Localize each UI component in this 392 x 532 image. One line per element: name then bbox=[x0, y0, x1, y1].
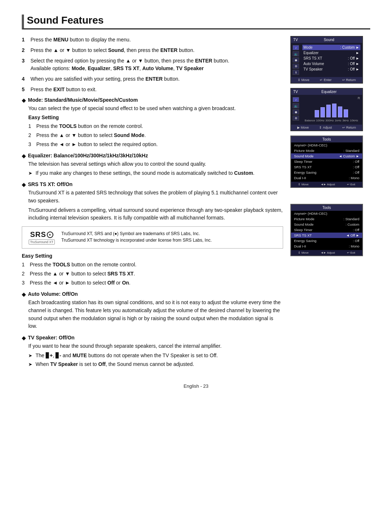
tools-row-sound-2: Sound Mode : Custom bbox=[291, 222, 362, 227]
tools-row-sleep-2: Sleep Timer : Off bbox=[291, 227, 362, 233]
sound-nav-move: ⇕ Move bbox=[298, 78, 310, 82]
srs-section: ◆ SRS TS XT: Off/On TruSurround XT is a … bbox=[22, 181, 283, 287]
step-2: 2 Press the ▲ or ▼ button to select Soun… bbox=[22, 47, 283, 54]
tools-row-picture-1: Picture Mode : Standard bbox=[291, 148, 362, 153]
mode-easy-steps: 1 Press the TOOLS button on the remote c… bbox=[28, 122, 283, 148]
sound-row-equalizer: Equalizer ► bbox=[303, 50, 359, 56]
auto-volume-section: ◆ Auto Volume: Off/On Each broadcasting … bbox=[22, 291, 283, 330]
tools-nav-adjust-1: ◄► Adjust bbox=[320, 183, 335, 186]
step-5-text: Press the EXIT button to exit. bbox=[30, 86, 283, 93]
srs-easy-step-1: 1 Press the TOOLS button on the remote c… bbox=[22, 261, 283, 269]
bullet-diamond-srs: ◆ bbox=[22, 182, 26, 188]
tools-nav-move-1: ⇕ Move bbox=[298, 183, 309, 186]
tv-icon-3: ⚙ bbox=[293, 64, 299, 69]
equalizer-title: Equalizer: Balance/100Hz/300Hz/1kHz/3kHz… bbox=[28, 153, 148, 158]
eq-nav-adjust: ⇕ Adjust bbox=[319, 126, 332, 129]
srs-body1: TruSurround XT is a patented SRS technol… bbox=[22, 189, 283, 205]
tools-bottom-1: ⇕ Move ◄► Adjust ↩ Exit bbox=[291, 182, 362, 187]
spacer bbox=[290, 192, 370, 200]
eq-nav-move: ▶ Move bbox=[297, 126, 309, 129]
sound-nav-return: ↩ Return bbox=[342, 78, 356, 82]
srs-easy-steps: 1 Press the TOOLS button on the remote c… bbox=[22, 261, 283, 287]
tools-row-energy-1: Energy Saving : Off bbox=[291, 170, 362, 175]
left-column: 1 Press the MENU button to display the m… bbox=[22, 36, 283, 372]
srs-easy-step-3: 3 Press the ◄ or ► button to select Off … bbox=[22, 279, 283, 287]
sound-menu-body: ♪ 📺 ◉ ⚙ ℹ Mode : Custom ► Equalizer ► bbox=[291, 43, 362, 77]
tools-nav-exit-2: ↩ Exit bbox=[347, 251, 355, 254]
sound-row-mode: Mode : Custom ► bbox=[302, 45, 360, 50]
srs-easy-step-2: 2 Press the ▲ or ▼ button to select SRS … bbox=[22, 270, 283, 278]
tools-screen-1: Tools Anynet+ (HDMI-CEC) Picture Mode : … bbox=[290, 136, 363, 188]
auto-volume-body: Each broadcasting station has its own si… bbox=[22, 299, 283, 330]
step-1-text: Press the MENU button to display the men… bbox=[30, 36, 283, 44]
page-title: Sound Features bbox=[22, 15, 370, 29]
tv-speaker-header: ◆ TV Speaker: Off/On bbox=[22, 335, 283, 341]
srs-header: ◆ SRS TS XT: Off/On bbox=[22, 181, 283, 188]
step-4-num: 4 bbox=[22, 75, 28, 83]
step-2-text: Press the ▲ or ▼ button to select Sound,… bbox=[30, 47, 283, 54]
tools-row-picture-2: Picture Mode : Standard bbox=[291, 216, 362, 222]
tools-row-dual-2: Dual I-II : Mono bbox=[291, 243, 362, 249]
equalizer-note: ➤ If you make any changes to these setti… bbox=[22, 169, 283, 177]
tools-row-dual-1: Dual I-II : Mono bbox=[291, 175, 362, 181]
srs-trademark-text: TruSurround XT, SRS and (●) Symbol are t… bbox=[61, 230, 212, 243]
equalizer-section: ◆ Equalizer: Balance/100Hz/300Hz/1kHz/3k… bbox=[22, 153, 283, 177]
srs-title: SRS TS XT: Off/On bbox=[28, 181, 73, 187]
sound-nav-enter: ↵ Enter bbox=[320, 78, 331, 82]
tools-nav-move-2: ⇕ Move bbox=[298, 251, 309, 254]
equalizer-header: ◆ Equalizer: Balance/100Hz/300Hz/1kHz/3k… bbox=[22, 153, 283, 159]
eq-bar-300 bbox=[326, 105, 331, 117]
sound-menu-titlebar: TV Sound bbox=[291, 37, 362, 43]
eq-bars bbox=[303, 101, 360, 119]
eq-bar-3k bbox=[338, 106, 342, 117]
tv-icon-4: ℹ bbox=[293, 70, 299, 75]
eq-titlebar: TV Equalizer bbox=[291, 89, 362, 95]
tv-speaker-note2: ➤ When TV Speaker is set to Off, the Sou… bbox=[22, 360, 283, 368]
tv-speaker-note1: ➤ The ▊+, ▊- and MUTE buttons do not ope… bbox=[22, 352, 283, 359]
step-2-num: 2 bbox=[22, 47, 28, 54]
eq-bar-100 bbox=[320, 107, 325, 117]
mode-easy-step-3: 3 Press the ◄ or ► button to select the … bbox=[28, 141, 283, 148]
note-arrow-tv2: ➤ bbox=[28, 361, 33, 368]
sound-menu-title-label: Sound bbox=[324, 38, 334, 42]
step-3-text: Select the required option by pressing t… bbox=[30, 57, 283, 72]
eq-r-label: R bbox=[303, 96, 360, 100]
sound-menu-tv-label: TV bbox=[293, 38, 298, 42]
srs-note1: TruSurround XT, SRS and (●) Symbol are t… bbox=[61, 230, 212, 237]
sound-menu-bottom: ⇕ Move ↵ Enter ↩ Return bbox=[291, 77, 362, 83]
mode-header: ◆ Mode: Standard/Music/Movie/Speech/Cust… bbox=[22, 97, 283, 103]
tv-speaker-section: ◆ TV Speaker: Off/On If you want to hear… bbox=[22, 335, 283, 368]
sound-menu-screen: TV Sound ♪ 📺 ◉ ⚙ ℹ Mode : Custom ► bbox=[290, 36, 363, 84]
equalizer-screen: TV Equalizer ♪ 📺 ◉ ⚙ R bbox=[290, 88, 363, 131]
tv-speaker-title: TV Speaker: Off/On bbox=[28, 335, 74, 340]
easy-setting-header-1: Easy Setting bbox=[28, 114, 283, 120]
tv-speaker-body: If you want to hear the sound through se… bbox=[22, 342, 283, 350]
step-4-text: When you are satisfied with your setting… bbox=[30, 75, 283, 83]
srs-circle-icon: ● bbox=[47, 231, 53, 238]
eq-bar-balance bbox=[315, 110, 319, 117]
tools-nav-exit-1: ↩ Exit bbox=[347, 183, 355, 186]
srs-logo: SRS ● TruSurround XT bbox=[27, 230, 56, 245]
step-5: 5 Press the EXIT button to exit. bbox=[22, 86, 283, 93]
eq-freq-labels: Balance 100Hz 300Hz 1kHz 3kHz 10kHz bbox=[303, 119, 360, 123]
bullet-diamond-mode: ◆ bbox=[22, 97, 26, 103]
mode-title: Mode: Standard/Music/Movie/Speech/Custom bbox=[28, 97, 138, 103]
mode-easy-step-2: 2 Press the ▲ or ▼ button to select Soun… bbox=[28, 132, 283, 139]
note-arrow-tv1: ➤ bbox=[28, 352, 33, 359]
main-content: 1 Press the MENU button to display the m… bbox=[22, 36, 370, 372]
sound-menu-items: Mode : Custom ► Equalizer ► SRS TS XT : … bbox=[301, 43, 362, 77]
step-1-num: 1 bbox=[22, 36, 28, 44]
srs-body2: TruSurround delivers a compelling, virtu… bbox=[22, 206, 283, 222]
eq-body: ♪ 📺 ◉ ⚙ R bbox=[291, 95, 362, 125]
tools-nav-adjust-2: ◄► Adjust bbox=[320, 251, 335, 254]
step-3: 3 Select the required option by pressing… bbox=[22, 57, 283, 72]
mode-body: You can select the type of special sound… bbox=[22, 105, 283, 113]
eq-bars-area: R bbox=[301, 95, 362, 125]
right-column: TV Sound ♪ 📺 ◉ ⚙ ℹ Mode : Custom ► bbox=[290, 36, 370, 372]
sound-row-tv-spk: TV Speaker : Off ► bbox=[303, 66, 359, 72]
step-4: 4 When you are satisfied with your setti… bbox=[22, 75, 283, 83]
srs-brand-text: SRS ● bbox=[30, 230, 53, 239]
tools-row-energy-2: Energy Saving : Off bbox=[291, 238, 362, 243]
tools-row-srs-2: SRS TS XT ◄ Off ► bbox=[291, 233, 362, 238]
eq-icon-1: 📺 bbox=[293, 103, 299, 108]
